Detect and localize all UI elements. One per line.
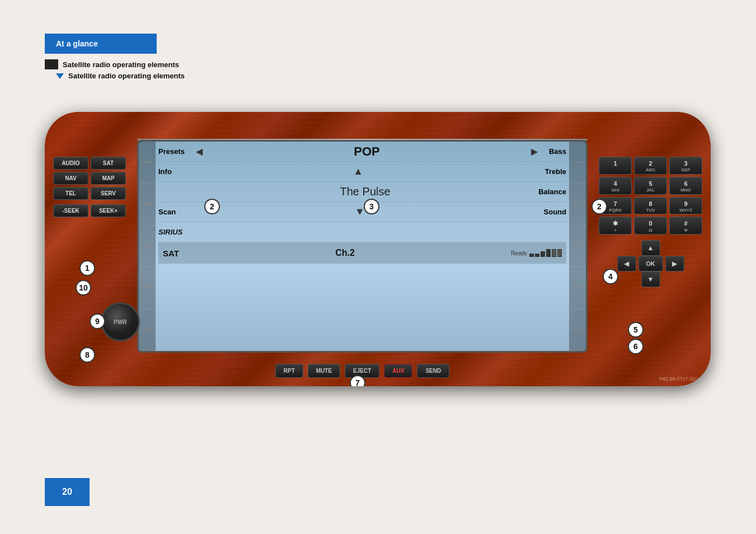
callout-4: 4 bbox=[603, 269, 618, 284]
ch-status: Ch.2 bbox=[335, 248, 355, 258]
up-arrow[interactable]: ▲ bbox=[353, 166, 363, 177]
key-1[interactable]: 1 bbox=[599, 157, 632, 175]
callout-2a: 2 bbox=[204, 199, 220, 214]
callout-7: 7 bbox=[350, 375, 365, 386]
ready-text: Ready bbox=[511, 250, 527, 256]
key-5[interactable]: 5JKL bbox=[634, 177, 667, 195]
screen-content: Presets ◀ POP ▶ Bass Info ▲ bbox=[139, 142, 586, 351]
sig-bar-6 bbox=[557, 249, 562, 257]
black-bar-icon bbox=[45, 59, 58, 69]
sig-bar-2 bbox=[535, 254, 539, 257]
watermark: P82.86-5717-31US bbox=[659, 376, 702, 382]
center-display: Presets ◀ POP ▶ Bass Info ▲ bbox=[137, 140, 588, 353]
subtitle-1-text: Satellite radio operating elements bbox=[63, 60, 179, 69]
sat-button[interactable]: SAT bbox=[91, 157, 126, 170]
callout-8: 8 bbox=[79, 347, 95, 363]
nav-up-button[interactable]: ▲ bbox=[641, 240, 660, 256]
sig-bar-5 bbox=[552, 249, 556, 257]
at-a-glance-label: At a glance bbox=[56, 39, 98, 48]
program-name: The Pulse bbox=[192, 185, 538, 198]
page-number: 20 bbox=[62, 487, 72, 497]
seek-row: -SEEK SEEK+ bbox=[53, 204, 126, 217]
key-8[interactable]: 8TUV bbox=[634, 197, 667, 215]
scan-label[interactable]: Scan bbox=[158, 208, 176, 216]
key-9[interactable]: 9WXYZ bbox=[669, 197, 702, 215]
subtitle-2-text: Satellite radio operating elements bbox=[68, 72, 185, 80]
sig-bar-4 bbox=[546, 249, 551, 257]
down-arrow[interactable]: ▼ bbox=[355, 206, 365, 218]
aux-button[interactable]: AUX bbox=[384, 364, 412, 378]
pulse-row: The Pulse Balance bbox=[158, 182, 566, 202]
presets-label[interactable]: Presets bbox=[158, 147, 185, 156]
sig-bar-3 bbox=[541, 251, 545, 257]
presets-row: Presets ◀ POP ▶ Bass bbox=[158, 142, 566, 162]
key-0[interactable]: 0Ω bbox=[634, 217, 667, 235]
seek-back-button[interactable]: -SEEK bbox=[53, 204, 88, 217]
subtitle-bar-2: Satellite radio operating elements bbox=[56, 72, 185, 80]
key-4[interactable]: 4GHI bbox=[599, 177, 632, 195]
nav-middle-row: ◀ OK ▶ bbox=[617, 256, 684, 271]
device-body: 1 2 2 3 4 5 6 7 8 9 10 AUDIO SAT NAV MAP… bbox=[45, 112, 711, 386]
key-star[interactable]: ✱+ bbox=[599, 217, 632, 235]
device-container: 1 2 2 3 4 5 6 7 8 9 10 AUDIO SAT NAV MAP… bbox=[45, 112, 711, 386]
key-hash[interactable]: #Φ bbox=[669, 217, 702, 235]
ready-indicator: Ready bbox=[511, 249, 562, 257]
sig-bar-1 bbox=[529, 254, 534, 257]
subtitle-bar-1: Satellite radio operating elements bbox=[45, 59, 185, 69]
sirius-label: SIRIUS bbox=[158, 228, 182, 236]
sound-label[interactable]: Sound bbox=[544, 208, 566, 216]
status-bar: SAT Ch.2 Ready bbox=[158, 242, 566, 264]
signal-bars bbox=[529, 249, 562, 257]
nav-left-button[interactable]: ◀ bbox=[617, 256, 636, 271]
map-button[interactable]: MAP bbox=[91, 172, 126, 185]
header-section: At a glance Satellite radio operating el… bbox=[45, 34, 185, 80]
audio-button[interactable]: AUDIO bbox=[53, 157, 88, 170]
channel-pop: POP bbox=[354, 144, 379, 159]
key-3[interactable]: 3DEF bbox=[669, 157, 702, 175]
btn-row-nav-map: NAV MAP bbox=[53, 172, 126, 185]
screen: Presets ◀ POP ▶ Bass Info ▲ bbox=[139, 142, 586, 351]
at-a-glance-box: At a glance bbox=[45, 34, 157, 54]
nav-right-button[interactable]: ▶ bbox=[665, 256, 684, 271]
key-2[interactable]: 2ABC bbox=[634, 157, 667, 175]
rpt-button[interactable]: RPT bbox=[275, 364, 303, 378]
treble-label[interactable]: Treble bbox=[545, 167, 566, 176]
send-button[interactable]: SEND bbox=[417, 364, 449, 378]
callout-10: 10 bbox=[76, 280, 91, 296]
right-panel: 1 2ABC 3DEF 4GHI 5JKL 6MNO 7PQRS 8TUV 9W… bbox=[599, 157, 702, 287]
page-number-box: 20 bbox=[45, 478, 90, 506]
info-row: Info ▲ Treble bbox=[158, 162, 566, 182]
nav-button[interactable]: NAV bbox=[53, 172, 88, 185]
callout-1: 1 bbox=[79, 260, 95, 276]
eject-button[interactable]: EJECT bbox=[345, 364, 379, 378]
btn-row-audio-sat: AUDIO SAT bbox=[53, 157, 126, 170]
callout-6: 6 bbox=[628, 339, 644, 354]
callout-5: 5 bbox=[628, 322, 644, 338]
seek-forward-button[interactable]: SEEK+ bbox=[91, 204, 126, 217]
triangle-icon bbox=[56, 73, 64, 79]
key-6[interactable]: 6MNO bbox=[669, 177, 702, 195]
pwr-label: PWR bbox=[114, 319, 126, 325]
info-label[interactable]: Info bbox=[158, 167, 172, 176]
keypad-grid: 1 2ABC 3DEF 4GHI 5JKL 6MNO 7PQRS 8TUV 9W… bbox=[599, 157, 702, 235]
callout-3: 3 bbox=[364, 199, 379, 214]
sirius-row: SIRIUS bbox=[158, 222, 566, 242]
mute-button[interactable]: MUTE bbox=[308, 364, 340, 378]
balance-label[interactable]: Balance bbox=[538, 188, 566, 196]
pwr-knob[interactable]: PWR bbox=[101, 302, 140, 341]
bottom-buttons-row: RPT MUTE EJECT AUX SEND bbox=[137, 364, 588, 378]
right-arrow[interactable]: ▶ bbox=[531, 146, 538, 157]
ok-button[interactable]: OK bbox=[638, 256, 663, 271]
left-panel: AUDIO SAT NAV MAP TEL SERV -SEEK SEEK+ bbox=[53, 157, 126, 217]
callout-2b: 2 bbox=[591, 199, 607, 214]
left-arrow[interactable]: ◀ bbox=[196, 146, 203, 157]
bass-label[interactable]: Bass bbox=[549, 147, 566, 156]
tel-button[interactable]: TEL bbox=[53, 187, 88, 200]
callout-9: 9 bbox=[90, 313, 105, 329]
serv-button[interactable]: SERV bbox=[91, 187, 126, 200]
sat-status: SAT bbox=[163, 249, 179, 258]
btn-row-tel-serv: TEL SERV bbox=[53, 187, 126, 200]
nav-down-button[interactable]: ▼ bbox=[641, 271, 660, 287]
